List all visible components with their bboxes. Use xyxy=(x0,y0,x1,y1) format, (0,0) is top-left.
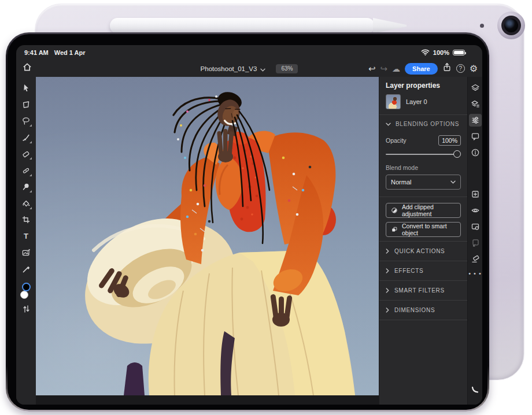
status-bar: 9:41 AM Wed 1 Apr 100% xyxy=(16,45,482,60)
front-ipad: 9:41 AM Wed 1 Apr 100% xyxy=(6,32,489,412)
add-clipped-adjustment-button[interactable]: Add clipped adjustment xyxy=(386,203,461,218)
slider-track[interactable] xyxy=(386,154,460,155)
section-dimensions[interactable]: DIMENSIONS xyxy=(379,301,467,320)
section-smart-filters[interactable]: SMART FILTERS xyxy=(379,281,467,300)
layer-thumbnail[interactable] xyxy=(386,94,401,109)
chevron-down-icon xyxy=(450,180,456,184)
blend-mode-dropdown[interactable]: Normal xyxy=(386,175,461,190)
layers-icon[interactable] xyxy=(469,81,482,94)
chevron-right-icon xyxy=(386,307,389,313)
info-icon[interactable] xyxy=(469,146,482,159)
corner-arc-icon xyxy=(471,385,479,395)
eraser-tool[interactable] xyxy=(20,147,32,160)
cloud-sync-icon[interactable]: ☁ xyxy=(392,65,400,73)
divider xyxy=(379,320,467,320)
visibility-icon[interactable] xyxy=(469,204,482,217)
document-title[interactable]: Photoshoot_01_V3 xyxy=(201,65,257,72)
comments-icon[interactable] xyxy=(469,130,482,143)
healing-brush-tool[interactable] xyxy=(20,164,32,177)
document-canvas[interactable] xyxy=(36,77,379,405)
crop-tool[interactable] xyxy=(20,213,32,226)
type-tool[interactable]: T xyxy=(20,230,32,243)
layer-properties-panel: Layer properties Layer 0 BLENDING OPTION… xyxy=(379,77,467,405)
chevron-right-icon xyxy=(386,288,389,293)
background-color-chip[interactable] xyxy=(20,291,28,299)
product-scene: 9:41 AM Wed 1 Apr 100% xyxy=(0,0,532,415)
opacity-slider[interactable] xyxy=(386,150,461,158)
canvas-photo[interactable] xyxy=(36,77,379,395)
clock-date: Wed 1 Apr xyxy=(54,49,86,56)
add-layer-icon[interactable] xyxy=(469,188,482,201)
transform-tool[interactable] xyxy=(20,98,32,111)
opacity-label: Opacity xyxy=(386,137,407,144)
export-icon[interactable] xyxy=(442,62,452,75)
place-photo-tool[interactable] xyxy=(20,246,32,259)
smart-object-icon xyxy=(391,225,398,234)
rear-camera xyxy=(497,12,525,39)
layer-mask-icon[interactable] xyxy=(469,220,482,233)
share-button[interactable]: Share xyxy=(405,63,438,75)
fill-tool[interactable] xyxy=(20,197,32,210)
brush-tool[interactable] xyxy=(20,131,32,144)
slider-knob[interactable] xyxy=(453,150,461,158)
layer-name: Layer 0 xyxy=(406,98,427,105)
undo-icon[interactable]: ↩ xyxy=(368,64,376,73)
section-quick-actions[interactable]: QUICK ACTIONS xyxy=(379,242,467,261)
layer-properties-icon[interactable] xyxy=(469,98,482,110)
wifi-icon xyxy=(421,49,430,57)
dodge-tool[interactable] xyxy=(20,180,32,193)
task-rail: • • • xyxy=(467,77,482,405)
help-icon[interactable]: ? xyxy=(456,64,465,73)
chevron-down-icon[interactable] xyxy=(260,64,265,74)
lasso-tool[interactable] xyxy=(20,114,32,127)
apple-pencil xyxy=(110,18,375,34)
camera-lens xyxy=(504,18,518,32)
top-toolbar: Photoshoot_01_V3 63% ↩ ↪ ☁ Share xyxy=(16,60,482,77)
panel-title: Layer properties xyxy=(386,81,461,90)
opacity-value[interactable]: 100% xyxy=(438,135,461,146)
swap-colors-icon[interactable] xyxy=(20,302,32,315)
blending-options-header[interactable]: BLENDING OPTIONS xyxy=(379,115,467,133)
color-swatches[interactable] xyxy=(19,283,33,300)
screen: 9:41 AM Wed 1 Apr 100% xyxy=(16,45,482,405)
battery-percent: 100% xyxy=(433,49,449,56)
battery-icon xyxy=(453,50,465,55)
zoom-level-badge[interactable]: 63% xyxy=(276,64,298,73)
clipping-mask-icon[interactable] xyxy=(469,236,482,249)
chevron-down-icon xyxy=(386,123,391,126)
adjustments-icon[interactable] xyxy=(469,114,482,127)
section-effects[interactable]: EFFECTS xyxy=(379,261,467,280)
eyedropper-tool[interactable] xyxy=(20,263,32,276)
microphone-dot xyxy=(480,24,484,28)
clock-time: 9:41 AM xyxy=(24,49,49,56)
move-tool[interactable] xyxy=(20,81,32,94)
blend-mode-label: Blend mode xyxy=(386,164,461,171)
foreground-color-chip[interactable] xyxy=(22,283,31,291)
settings-gear-icon[interactable]: ⚙ xyxy=(470,64,478,73)
chevron-right-icon xyxy=(386,249,389,254)
adjustment-icon xyxy=(391,206,398,214)
chevron-right-icon xyxy=(386,268,389,273)
redo-icon[interactable]: ↪ xyxy=(380,64,388,73)
tool-rail: T xyxy=(16,77,36,405)
more-options-icon[interactable]: • • • xyxy=(468,270,482,277)
flatten-icon[interactable] xyxy=(469,253,482,265)
convert-to-smart-object-button[interactable]: Convert to smart object xyxy=(386,222,461,237)
layer-row[interactable]: Layer 0 xyxy=(386,94,461,109)
